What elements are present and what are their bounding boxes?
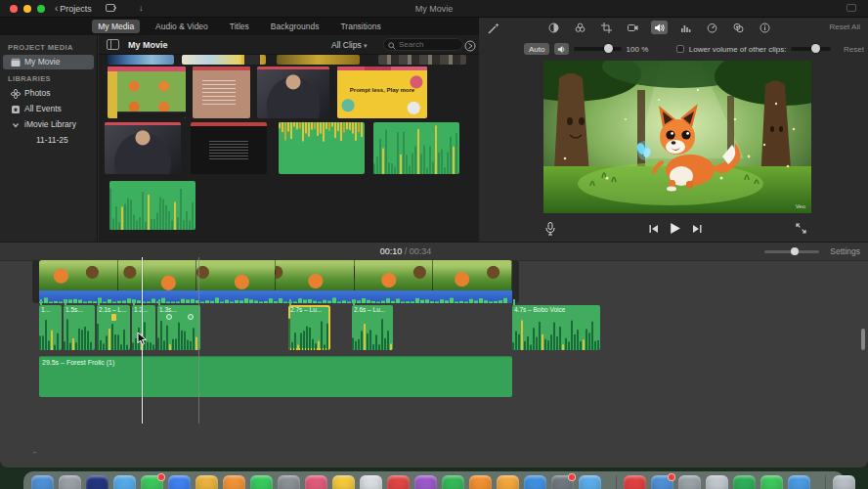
volume-icon[interactable] [651,21,668,34]
lower-volume-slider-knob[interactable] [811,44,820,53]
tab-backgrounds[interactable]: Backgrounds [265,20,326,33]
dock-app-icon[interactable] [141,475,163,489]
dock-app-icon[interactable] [113,475,136,489]
color-balance-icon[interactable] [545,21,562,34]
crop-icon[interactable] [598,21,615,34]
dock-app-icon[interactable] [624,475,646,489]
timeline-scrollbar[interactable] [861,329,865,350]
media-thumbnail-audio-wave[interactable] [109,181,195,230]
dock-app-icon[interactable] [706,475,728,489]
dock-app-icon[interactable] [195,475,218,489]
sidebar-toggle-icon[interactable] [107,39,119,50]
dock-app-icon[interactable] [551,475,574,489]
dock-app-icon[interactable] [387,475,410,489]
stabilization-icon[interactable] [625,21,641,34]
sidebar-item-my-movie[interactable]: My Movie [3,55,94,69]
sidebar-item-imovie-library[interactable]: iMovie Library [3,117,94,132]
dock-app-icon[interactable] [332,475,355,489]
voiceover-mic-icon[interactable] [545,222,555,236]
clip-strip-strip-photos[interactable] [378,55,466,65]
skip-forward-icon[interactable] [692,224,702,234]
color-correction-icon[interactable] [572,21,588,34]
sidebar-item-11-11-25[interactable]: 11-11-25 [3,133,94,148]
dock-app-icon[interactable] [168,475,191,489]
enhance-wand-icon[interactable] [487,22,500,35]
sound-clip-1-5s[interactable]: 1.5s... [64,305,95,350]
advance-circle-arrow-icon[interactable] [464,38,476,50]
fade-handle[interactable] [166,314,172,320]
clip-strip-strip-blue[interactable] [108,55,174,65]
sound-clip-1[interactable]: 1... [39,305,62,350]
dock-app-icon[interactable] [31,475,54,489]
tab-titles[interactable]: Titles [224,20,255,33]
dock-app-icon[interactable] [360,475,382,489]
lower-volume-slider[interactable] [791,47,831,51]
dock-app-icon[interactable] [414,475,437,489]
lower-volume-checkbox[interactable] [676,45,684,53]
media-thumbnail-terminal[interactable] [191,122,267,174]
background-music-clip[interactable]: 29.5s – Forest Frolic (1) [39,356,512,397]
tab-my-media[interactable]: My Media [92,20,140,33]
dock-app-icon[interactable] [86,475,108,489]
reset-all-button[interactable]: Reset All [829,22,860,31]
media-thumbnail-editor[interactable] [108,67,186,118]
dock-app-icon[interactable] [833,475,855,489]
sound-clip-4-7s-bobo-voice[interactable]: 4.7s – Bobo Voice [512,305,600,350]
sidebar-item-all-events[interactable]: All Events [3,102,94,116]
clip-strip-strip-cream[interactable] [182,55,266,65]
timeline-zoom-knob[interactable] [791,247,799,255]
tab-audio-video[interactable]: Audio & Video [150,20,214,33]
clip-edge-handle-left[interactable] [32,260,39,303]
clip-strip-strip-olive[interactable] [277,55,360,65]
dock-app-icon[interactable] [250,475,273,489]
sound-clip-2-1s-l[interactable]: 2.1s – L... [97,305,130,350]
sound-clip-1-3s[interactable]: 1.3s... [157,305,200,350]
media-thumbnail-person2[interactable] [105,122,181,174]
sound-clip-2-7s-lu[interactable]: 2.7s – Lu... [288,305,330,350]
video-audio-track[interactable] [39,290,512,303]
dock-app-icon[interactable] [469,475,492,489]
dock-app-icon[interactable] [497,475,519,489]
media-thumbnail-slide[interactable] [193,67,250,118]
reset-button[interactable]: Reset [844,45,864,54]
timeline-zoom-slider[interactable] [764,250,819,253]
search-input[interactable] [399,39,459,50]
media-thumbnail-promo[interactable]: Prompt less, Play more [337,67,427,118]
tab-transitions[interactable]: Transitions [334,20,386,33]
dock-app-icon[interactable] [651,475,673,489]
timeline-settings-button[interactable]: Settings [830,246,860,256]
sound-clip-2-6s-lu[interactable]: 2.6s – Lu... [352,305,393,350]
dock-app-icon[interactable] [59,475,81,489]
dock-app-icon[interactable] [678,475,701,489]
color-wheels-icon[interactable] [730,21,747,34]
dock-app-icon[interactable] [733,475,756,489]
video-clip-filmstrip[interactable] [39,260,512,290]
dock-app-icon[interactable] [760,475,783,489]
dock-app-icon[interactable] [223,475,245,489]
fullscreen-icon[interactable] [796,223,806,234]
info-icon[interactable] [757,21,773,34]
mute-button[interactable] [554,43,569,55]
play-button[interactable] [669,222,681,235]
dock-app-icon[interactable] [524,475,546,489]
volume-slider[interactable] [574,47,621,51]
dock-app-icon[interactable] [788,475,810,489]
media-thumbnail-audio-top[interactable] [279,122,365,174]
volume-slider-knob[interactable] [604,44,613,53]
fade-handle[interactable] [188,314,194,320]
dock-app-icon[interactable] [579,475,601,489]
media-thumbnail-audio-spiky[interactable] [373,122,459,174]
dock-app-icon[interactable] [278,475,300,489]
speed-icon[interactable] [704,21,720,34]
auto-volume-button[interactable]: Auto [524,43,549,55]
clip-filter-dropdown[interactable]: All Clips ▾ [331,40,368,50]
preview-video[interactable]: Veo [543,61,811,213]
media-thumbnail-person[interactable] [257,67,329,118]
dock-app-icon[interactable] [442,475,464,489]
skip-back-icon[interactable] [649,224,659,234]
noise-reduction-icon[interactable] [677,21,694,34]
sidebar-item-photos[interactable]: Photos [3,86,94,101]
dock-app-icon[interactable] [305,475,327,489]
clip-edge-handle-right[interactable] [512,260,519,303]
window-action-icon[interactable] [846,4,856,12]
